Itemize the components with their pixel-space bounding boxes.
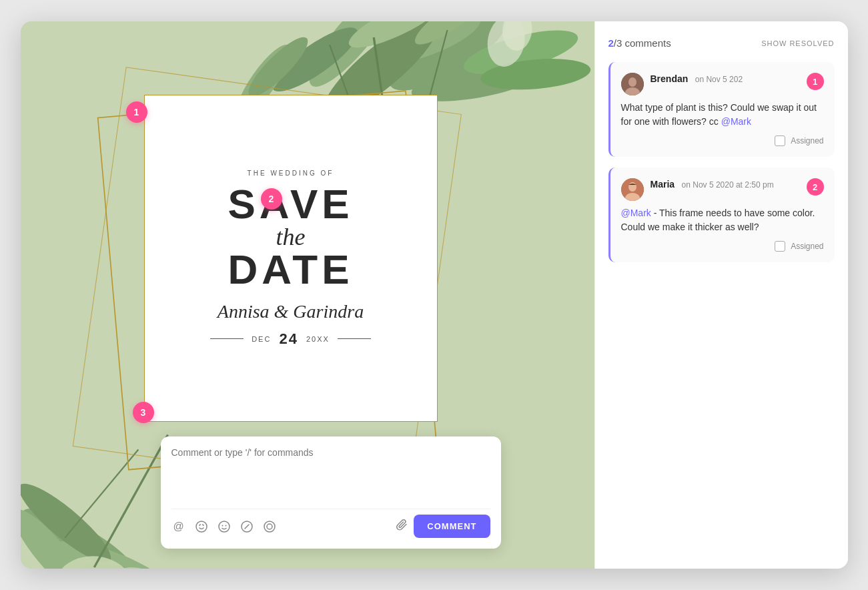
separator-left (210, 338, 244, 339)
svg-line-26 (65, 450, 138, 538)
avatar-brendan (621, 73, 644, 95)
svg-point-23 (51, 553, 137, 569)
invitation-dateline: DEC 24 20XX (210, 330, 371, 348)
comment-footer-1: Assigned (621, 135, 824, 146)
svg-point-18 (21, 496, 146, 569)
comment-meta-1: Brendan on Nov 5 202 (650, 73, 800, 85)
mention-mark-2: @Mark (621, 208, 651, 218)
svg-point-30 (219, 521, 230, 532)
svg-point-22 (21, 501, 97, 569)
invitation-subtitle: THE WEDDING OF (248, 170, 334, 177)
comment-date-1: on Nov 5 202 (695, 75, 743, 84)
svg-point-2 (364, 21, 487, 75)
svg-line-34 (245, 525, 249, 529)
mention-mark-1: @Mark (721, 116, 751, 127)
attach-icon[interactable] (396, 519, 408, 534)
invitation-card: THE WEDDING OF SAVE the DATE Annisa & Ga… (144, 95, 438, 422)
svg-line-25 (94, 434, 167, 567)
comments-active-count: 2 (608, 37, 614, 49)
invitation-the: the (276, 225, 306, 249)
svg-point-9 (343, 21, 448, 57)
comment-footer-2: Assigned (621, 241, 824, 252)
invitation-year: 20XX (306, 335, 330, 343)
comment-pin-2[interactable]: 2 (261, 188, 282, 210)
avatar-maria (621, 178, 644, 201)
comment-meta-2: Maria on Nov 5 2020 at 2:50 pm (650, 178, 800, 190)
svg-point-31 (222, 525, 223, 526)
comment-card-2: Maria on Nov 5 2020 at 2:50 pm 2 @Mark -… (608, 168, 835, 262)
svg-point-15 (242, 31, 314, 103)
comments-label: comments (625, 37, 671, 49)
comments-header: 2/3 comments SHOW RESOLVED (608, 37, 835, 49)
svg-point-17 (500, 21, 533, 52)
comments-total-count: 3 (616, 37, 622, 49)
at-mention-icon[interactable]: @ (171, 519, 186, 534)
comment-badge-1: 1 (807, 73, 824, 90)
emoji-icon[interactable] (217, 519, 232, 534)
comment-icon-group: @ (171, 519, 397, 534)
comment-date-2: on Nov 5 2020 at 2:50 pm (682, 180, 774, 190)
svg-point-6 (264, 21, 366, 101)
separator-right (338, 338, 371, 339)
svg-point-5 (298, 21, 405, 97)
comments-count: 2/3 comments (608, 37, 671, 49)
comment-pin-1[interactable]: 1 (126, 101, 147, 123)
comment-input[interactable] (171, 447, 490, 501)
svg-point-8 (479, 55, 592, 93)
svg-point-32 (225, 525, 226, 526)
comment-submit-button[interactable]: COMMENT (414, 515, 490, 538)
invitation-save: SAVE (228, 184, 353, 225)
svg-point-24 (94, 567, 167, 569)
comment-header-2: Maria on Nov 5 2020 at 2:50 pm 2 (621, 178, 824, 201)
app-container: THE WEDDING OF SAVE the DATE Annisa & Ga… (21, 21, 848, 569)
slash-command-icon[interactable] (240, 519, 254, 534)
comment-pin-3[interactable]: 3 (133, 402, 154, 423)
record-icon[interactable] (262, 519, 277, 534)
show-resolved-button[interactable]: SHOW RESOLVED (761, 39, 834, 47)
invitation-date: DATE (228, 249, 353, 290)
comment-text-1: What type of plant is this? Could we swa… (621, 101, 824, 129)
svg-point-36 (267, 524, 272, 529)
comment-header-1: Brendan on Nov 5 202 1 (621, 73, 824, 95)
reaction-icon[interactable] (194, 519, 209, 534)
svg-point-16 (483, 21, 528, 69)
svg-point-21 (77, 556, 183, 569)
svg-point-10 (408, 21, 500, 53)
svg-point-1 (379, 21, 516, 104)
assigned-label-1: Assigned (791, 136, 823, 145)
assigned-label-2: Assigned (791, 242, 823, 251)
svg-point-38 (628, 77, 636, 87)
invitation-names: Annisa & Garindra (218, 301, 364, 322)
comment-box: @ (161, 436, 501, 549)
invitation-month: DEC (252, 335, 271, 343)
assigned-checkbox-2[interactable] (775, 241, 785, 252)
comment-badge-2: 2 (807, 178, 824, 196)
comment-toolbar: @ (171, 509, 490, 538)
comment-author-2: Maria on Nov 5 2020 at 2:50 pm (650, 178, 800, 190)
svg-point-7 (460, 21, 582, 83)
right-panel: 2/3 comments SHOW RESOLVED Brendan (594, 21, 848, 569)
comment-author-1: Brendan on Nov 5 202 (650, 73, 800, 85)
svg-point-29 (196, 521, 207, 532)
left-panel: THE WEDDING OF SAVE the DATE Annisa & Ga… (21, 21, 594, 569)
invitation-day: 24 (279, 330, 298, 348)
comment-card-1: Brendan on Nov 5 202 1 What type of plan… (608, 62, 835, 157)
comment-text-2: @Mark - This frame needs to have some co… (621, 206, 824, 234)
assigned-checkbox-1[interactable] (775, 135, 785, 146)
svg-point-20 (21, 474, 119, 569)
svg-point-35 (264, 521, 275, 532)
svg-point-19 (44, 531, 173, 569)
